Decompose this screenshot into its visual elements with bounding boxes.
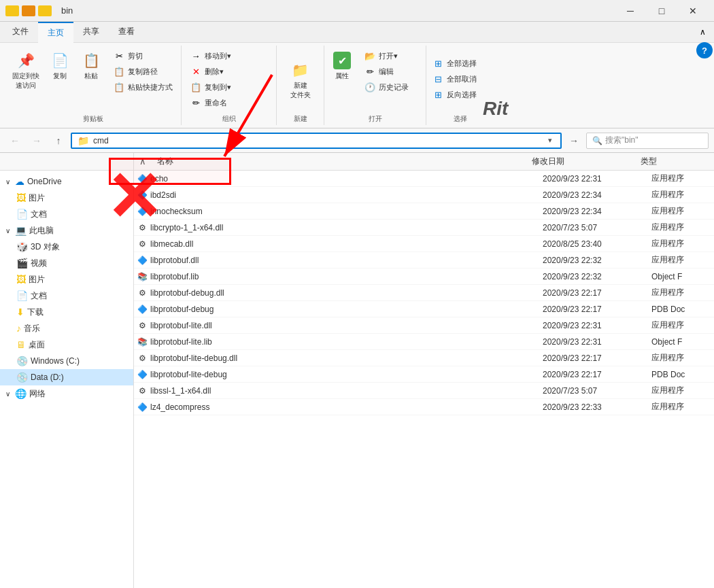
- table-row[interactable]: ⚙libprotobuf-lite.dll2020/9/23 22:31应用程序: [134, 317, 714, 334]
- openfile-button[interactable]: 📂 打开▾: [361, 48, 411, 63]
- thispc-icon: 💻: [15, 225, 27, 236]
- table-row[interactable]: 🔷ibd2sdi2020/9/23 22:34应用程序: [134, 187, 714, 203]
- file-cell-name: 🔷innochecksum: [134, 206, 537, 217]
- open-items: ✔ 属性 📂 打开▾ ✏ 编辑 🕐 历史记录: [327, 47, 423, 111]
- copypath-button[interactable]: 📋 复制路径: [110, 64, 175, 79]
- maximize-button[interactable]: □: [646, 0, 677, 22]
- file-cell-date: 2020/9/23 22:17: [537, 305, 646, 314]
- properties-button[interactable]: ✔ 属性: [327, 47, 357, 84]
- pasteshortcut-label: 粘贴快捷方式: [128, 82, 173, 92]
- table-row[interactable]: 🔷innochecksum2020/9/23 22:34应用程序: [134, 203, 714, 220]
- sidebar-item-thispc[interactable]: ∨ 💻 此电脑: [0, 222, 133, 239]
- file-icon: 🔷: [137, 402, 148, 413]
- file-name: libprotobuf-debug: [150, 305, 214, 314]
- sidebar-item-videos[interactable]: 🎬 视频: [0, 255, 133, 271]
- file-icon: 🔷: [137, 173, 148, 184]
- address-dropdown-button[interactable]: ▾: [545, 136, 555, 145]
- newfolder-button[interactable]: 📁 新建文件夹: [286, 56, 316, 103]
- file-cell-type: 应用程序: [646, 189, 714, 201]
- refresh-button[interactable]: →: [564, 133, 583, 149]
- clipboard-group-label: 剪贴板: [8, 111, 178, 124]
- invertselect-button[interactable]: ⊞ 反向选择: [429, 88, 492, 103]
- sidebar-item-winc[interactable]: 💿 Windows (C:): [0, 353, 133, 369]
- col-date-header[interactable]: 修改日期: [526, 153, 635, 170]
- file-cell-name: ⚙libmecab.dll: [134, 239, 537, 249]
- table-row[interactable]: ⚙libprotobuf-lite-debug.dll2020/9/23 22:…: [134, 350, 714, 366]
- file-cell-date: 2020/9/23 22:31: [537, 321, 646, 330]
- table-row[interactable]: 🔷libprotobuf-debug2020/9/23 22:17PDB Doc: [134, 301, 714, 317]
- address-input[interactable]: 📁 cmd ▾: [71, 133, 562, 149]
- table-row[interactable]: 🔷libprotobuf.dll2020/9/23 22:32应用程序: [134, 252, 714, 269]
- music-label: 音乐: [24, 323, 40, 334]
- table-row[interactable]: ⚙libssl-1_1-x64.dll2020/7/23 5:07应用程序: [134, 383, 714, 399]
- sidebar-item-onedrive[interactable]: ∨ ☁ OneDrive: [0, 173, 133, 190]
- title-icons: [5, 5, 52, 16]
- paste-button[interactable]: 📋 粘贴: [76, 47, 106, 84]
- table-row[interactable]: 🔷echo2020/9/23 22:31应用程序: [134, 171, 714, 187]
- ribbon-group-open: ✔ 属性 📂 打开▾ ✏ 编辑 🕐 历史记录: [324, 46, 426, 125]
- table-row[interactable]: ⚙libprotobuf-debug.dll2020/9/23 22:17应用程…: [134, 285, 714, 301]
- close-button[interactable]: ✕: [677, 0, 709, 22]
- table-row[interactable]: ⚙libcrypto-1_1-x64.dll2020/7/23 5:07应用程序: [134, 220, 714, 236]
- file-cell-name: ⚙libprotobuf-debug.dll: [134, 288, 537, 298]
- file-cell-name: ⚙libprotobuf-lite-debug.dll: [134, 353, 537, 364]
- copypath-icon: 📋: [113, 65, 125, 77]
- sidebar-item-docs2[interactable]: 📄 文档: [0, 288, 133, 304]
- ribbon-content: 📌 固定到快速访问 📄 复制 📋 粘贴 ✂ 剪切: [0, 42, 714, 128]
- file-icon: 🔷: [137, 190, 148, 201]
- sidebar-item-desktop[interactable]: 🖥 桌面: [0, 336, 133, 353]
- back-button[interactable]: ←: [5, 133, 24, 149]
- history-label: 历史记录: [379, 82, 409, 92]
- sort-button[interactable]: ∧: [134, 153, 152, 170]
- network-label: 网络: [29, 388, 46, 400]
- table-row[interactable]: ⚙libmecab.dll2020/8/25 23:40应用程序: [134, 236, 714, 252]
- file-list-scroll[interactable]: 🔷echo2020/9/23 22:31应用程序🔷ibd2sdi2020/9/2…: [134, 171, 714, 588]
- sidebar-item-downloads[interactable]: ⬇ 下载: [0, 304, 133, 320]
- history-button[interactable]: 🕐 历史记录: [361, 80, 411, 94]
- rename-button[interactable]: ✏ 重命名: [187, 95, 234, 110]
- file-cell-type: 应用程序: [646, 352, 714, 364]
- edit-button[interactable]: ✏ 编辑: [361, 64, 411, 79]
- pasteshortcut-button[interactable]: 📋 粘贴快捷方式: [110, 80, 175, 94]
- sidebar-item-network[interactable]: ∨ 🌐 网络: [0, 385, 133, 402]
- forward-button[interactable]: →: [27, 133, 46, 149]
- 3d-icon: 🎲: [16, 241, 28, 252]
- copy-button[interactable]: 📄 复制: [45, 47, 75, 84]
- col-name-header[interactable]: 名称: [152, 153, 526, 170]
- sidebar-header: [12, 153, 134, 170]
- minimize-button[interactable]: ─: [615, 0, 646, 22]
- sidebar-item-pictures1[interactable]: 🖼 图片: [0, 190, 133, 206]
- table-row[interactable]: 📚libprotobuf.lib2020/9/23 22:32Object F: [134, 269, 714, 285]
- moveto-button[interactable]: → 移动到▾: [187, 48, 234, 63]
- table-row[interactable]: 📚libprotobuf-lite.lib2020/9/23 22:31Obje…: [134, 334, 714, 350]
- sidebar-item-3d[interactable]: 🎲 3D 对象: [0, 239, 133, 255]
- file-icon: ⚙: [137, 353, 148, 364]
- ribbon-collapse[interactable]: ∧: [700, 27, 706, 37]
- tab-file[interactable]: 文件: [3, 22, 38, 42]
- pin-button[interactable]: 📌 固定到快速访问: [8, 47, 44, 93]
- sidebar-item-docs1[interactable]: 📄 文档: [0, 206, 133, 222]
- desktop-label: 桌面: [29, 339, 45, 351]
- sidebar-header-spacer: [0, 153, 12, 170]
- desktop-icon: 🖥: [16, 339, 26, 350]
- tab-share[interactable]: 共享: [73, 22, 109, 42]
- sidebar-item-pictures2[interactable]: 🖼 图片: [0, 271, 133, 288]
- copyto-button[interactable]: 📋 复制到▾: [187, 80, 234, 94]
- table-row[interactable]: 🔷libprotobuf-lite-debug2020/9/23 22:17PD…: [134, 366, 714, 383]
- table-row[interactable]: 🔷lz4_decompress2020/9/23 22:33应用程序: [134, 399, 714, 415]
- cut-button[interactable]: ✂ 剪切: [110, 48, 175, 63]
- delete-button[interactable]: ✕ 删除▾: [187, 64, 234, 79]
- file-name: libcrypto-1_1-x64.dll: [150, 223, 223, 232]
- sidebar-item-datad[interactable]: 💿 Data (D:): [0, 369, 133, 385]
- tab-home[interactable]: 主页: [38, 22, 73, 43]
- sidebar-item-music[interactable]: ♪ 音乐: [0, 320, 133, 336]
- file-cell-type: Object F: [646, 272, 714, 281]
- file-cell-date: 2020/9/23 22:31: [537, 337, 646, 347]
- search-box[interactable]: 🔍 搜索"bin": [586, 133, 709, 149]
- selectnone-button[interactable]: ⊟ 全部取消: [429, 72, 492, 87]
- selectall-button[interactable]: ⊞ 全部选择: [429, 56, 492, 71]
- help-button[interactable]: ?: [696, 42, 713, 58]
- thispc-label: 此电脑: [29, 225, 54, 237]
- tab-view[interactable]: 查看: [109, 22, 144, 42]
- up-button[interactable]: ↑: [49, 133, 68, 149]
